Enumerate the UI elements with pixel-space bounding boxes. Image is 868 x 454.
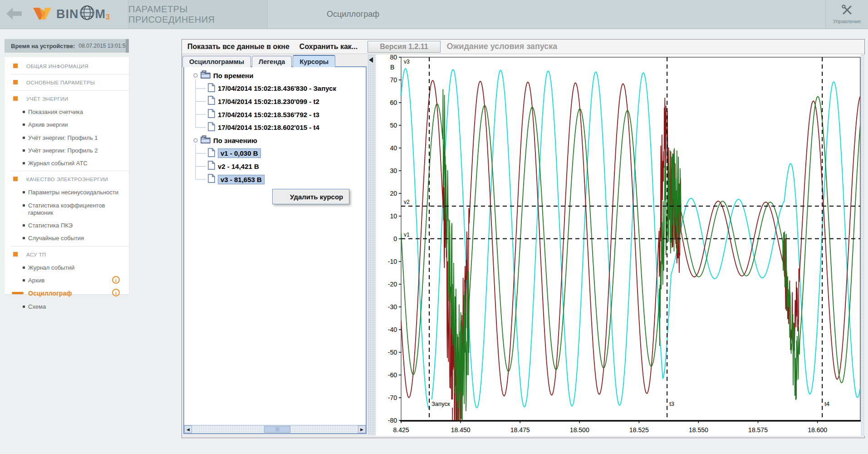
timebar-scroll-strip	[126, 39, 129, 53]
sidebar-item-label: Схема	[28, 303, 46, 311]
sidebar-item-16[interactable]: Архивi	[5, 274, 129, 287]
sidebar-item-3[interactable]: УЧЁТ ЭНЕРГИИ	[5, 92, 129, 106]
y-tick-label: -40	[388, 326, 397, 333]
menu-divider	[11, 74, 129, 74]
y-tick-label: 50	[390, 122, 397, 129]
sidebar-item-label: Журнал событий АТС	[28, 160, 88, 167]
sidebar-item-8[interactable]: Журнал событий АТС	[5, 157, 129, 170]
bullet-icon	[23, 237, 25, 239]
tree-item-label: По времени	[213, 72, 253, 79]
bullet-icon	[23, 279, 25, 281]
tree-item[interactable]: 17/04/2014 15:02:18.536'792 - t3	[185, 108, 365, 121]
tab-1[interactable]: Осциллограммы	[182, 56, 251, 67]
value-cursor-label-v1: v1	[404, 232, 410, 238]
tree-item[interactable]: 17/04/2014 15:02:18.230'099 - t2	[185, 95, 365, 108]
tree-item[interactable]: v2 - 14,421 В	[185, 160, 365, 173]
x-tick-label: 18.575	[748, 426, 768, 434]
waveform-plot[interactable]: 80706050403020100-10-20-30-40-50-60-70-8…	[376, 54, 865, 436]
save-as-button[interactable]: Сохранить как...	[299, 43, 358, 51]
bullet-icon	[23, 224, 25, 227]
tree-group[interactable]: По времени	[185, 69, 365, 82]
document-icon	[208, 96, 215, 107]
sidebar-item-label: ОСНОВНЫЕ ПАРАМЕТРЫ	[26, 80, 95, 85]
bullet-icon	[23, 137, 25, 139]
info-icon[interactable]: i	[112, 276, 120, 284]
y-tick-label: 70	[390, 76, 397, 84]
show-all-data-button[interactable]: Показать все данные в окне	[187, 43, 289, 51]
bullet-icon	[23, 149, 25, 152]
sidebar-item-label: Архив	[28, 277, 44, 284]
bullet-icon	[13, 96, 18, 101]
chart-vertical-scrollbar[interactable]	[861, 54, 865, 436]
sidebar-item-label: Параметры несинусоидальности	[28, 189, 118, 196]
sidebar-item-label: Показания счетчика	[28, 109, 83, 116]
version-button[interactable]: Версия 1.2.11	[368, 41, 440, 53]
sidebar-item-18[interactable]: Схема	[5, 301, 129, 313]
x-tick-label: 18.525	[629, 426, 649, 434]
sidebar-item-11[interactable]: Статистика коэффициентов гармоник	[5, 199, 129, 220]
bullet-icon	[13, 252, 18, 257]
tree-item[interactable]: v3 - 81,653 В	[185, 173, 365, 186]
tree-item-label: 17/04/2014 15:02:18.602'015 - t4	[218, 123, 319, 131]
device-time-label: Время на устройстве:	[11, 43, 75, 49]
sidebar-item-5[interactable]: Архив энергии	[5, 118, 129, 131]
bullet-icon	[23, 162, 25, 164]
tree-item-label-selected: v3 - 81,653 В	[218, 175, 265, 184]
sidebar-item-12[interactable]: Статистика ПКЭ	[5, 219, 129, 232]
tab-2[interactable]: Легенда	[252, 56, 292, 67]
tab-3[interactable]: Курсоры	[293, 55, 335, 67]
collapse-left-icon[interactable]	[369, 57, 373, 63]
back-arrow-icon[interactable]	[6, 8, 22, 21]
sidebar-item-2[interactable]: ОСНОВНЫЕ ПАРАМЕТРЫ	[5, 75, 129, 89]
cursor-tree: По времени17/04/2014 15:02:18.436'830 - …	[185, 69, 365, 422]
sidebar-item-9[interactable]: КАЧЕСТВО ЭЛЕКТРОЭНЕРГИИ	[5, 172, 129, 186]
bullet-icon	[13, 64, 18, 68]
tree-item[interactable]: 17/04/2014 15:02:18.602'015 - t4	[185, 121, 365, 134]
tree-item[interactable]: v1 - 0,030 В	[185, 147, 365, 160]
document-icon	[208, 174, 215, 185]
sidebar-item-label: Статистика коэффициентов гармоник	[28, 202, 120, 217]
globe-icon	[79, 5, 95, 24]
scroll-right-button[interactable]: ▶	[358, 425, 366, 433]
value-cursor-label-v2: v2	[404, 199, 410, 205]
sidebar-item-13[interactable]: Случайные события	[5, 232, 129, 245]
oscillograph-toolbar: Показать все данные в окне Сохранить как…	[182, 39, 864, 54]
tree-horizontal-scrollbar[interactable]: ◀ ▶	[184, 425, 366, 433]
nav-connection-parameters[interactable]: ПАРАМЕТРЫ ПРИСОЕДИНЕНИЯ	[128, 0, 268, 29]
info-icon[interactable]: i	[112, 289, 120, 296]
logo-section: BIN M3	[0, 0, 128, 29]
sidebar-item-7[interactable]: Учёт энергии: Профиль 2	[5, 144, 129, 157]
folder-icon	[201, 135, 211, 145]
y-tick-label: 80	[390, 54, 397, 61]
sidebar-item-14[interactable]: АСУ ТП	[5, 247, 129, 262]
sidebar-item-4[interactable]: Показания счетчика	[5, 106, 129, 118]
y-tick-label: -30	[388, 303, 397, 311]
tree-item[interactable]: 17/04/2014 15:02:18.436'830 - Запуск	[185, 82, 365, 95]
delete-cursor-button[interactable]: Удалить курсор	[272, 189, 349, 204]
sidebar-item-1[interactable]: ОБЩАЯ ИНФОРМАЦИЯ	[5, 59, 129, 73]
nav-oscillograph[interactable]: Осциллограф	[268, 0, 826, 29]
scrollbar-thumb[interactable]	[264, 426, 290, 433]
oscillogram-chart[interactable]: 80706050403020100-10-20-30-40-50-60-70-8…	[376, 54, 865, 436]
sidebar-item-label: Случайные события	[28, 235, 84, 242]
y-tick-label: 30	[390, 167, 397, 174]
sidebar-item-label: КАЧЕСТВО ЭЛЕКТРОЭНЕРГИИ	[26, 177, 108, 182]
bullet-icon	[23, 204, 25, 207]
x-tick-label: 18.550	[689, 426, 708, 434]
y-tick-label: -70	[388, 394, 397, 401]
active-item-dash	[12, 292, 24, 294]
y-tick-label: -60	[388, 371, 397, 379]
sidebar-item-label: УЧЁТ ЭНЕРГИИ	[26, 96, 68, 102]
sidebar-item-17[interactable]: Осциллографi	[5, 287, 129, 301]
y-tick-label: 20	[390, 190, 397, 197]
sidebar-item-15[interactable]: Журнал событий	[5, 262, 129, 274]
sidebar-item-10[interactable]: Параметры несинусоидальности	[5, 186, 129, 199]
splitpane-divider[interactable]	[368, 54, 376, 435]
sidebar-item-label: Архив энергии	[28, 121, 68, 128]
tree-item-label: 17/04/2014 15:02:18.536'792 - t3	[218, 111, 319, 118]
y-tick-label: 10	[390, 212, 397, 220]
scroll-left-button[interactable]: ◀	[184, 425, 192, 433]
tree-group[interactable]: По значению	[185, 134, 365, 147]
management-button[interactable]: Управление	[826, 0, 868, 29]
sidebar-item-6[interactable]: Учёт энергии: Профиль 1	[5, 132, 129, 144]
